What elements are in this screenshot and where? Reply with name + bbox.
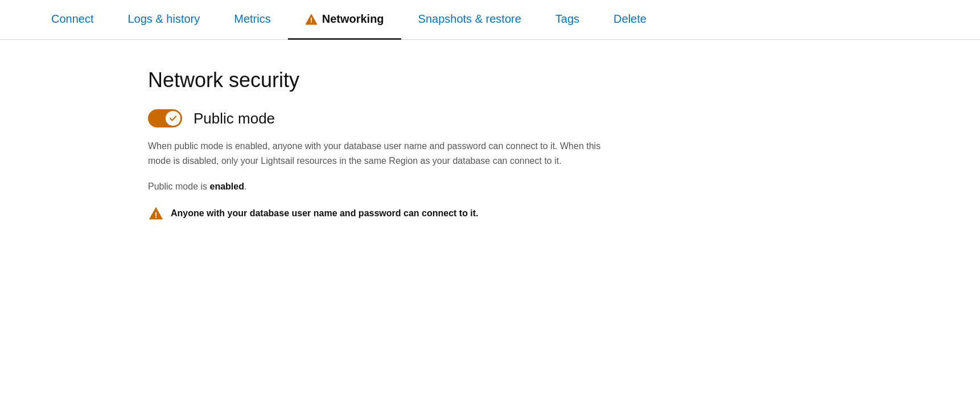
status-prefix: Public mode is: [148, 182, 210, 191]
tab-tags[interactable]: Tags: [538, 0, 596, 40]
main-content: Network security Public mode When public…: [0, 40, 980, 250]
description-text: When public mode is enabled, anyone with…: [148, 139, 615, 168]
public-mode-toggle[interactable]: [148, 109, 182, 127]
warning-message: Anyone with your database user name and …: [171, 208, 479, 219]
section-title: Network security: [148, 68, 832, 92]
tab-connect[interactable]: Connect: [34, 0, 111, 40]
tab-logs-history[interactable]: Logs & history: [111, 0, 217, 40]
tab-metrics[interactable]: Metrics: [217, 0, 287, 40]
warning-icon: !: [305, 13, 318, 26]
tab-navigation: Connect Logs & history Metrics ! Network…: [0, 0, 980, 40]
svg-text:!: !: [155, 211, 158, 220]
tab-networking[interactable]: ! Networking: [288, 0, 401, 40]
status-suffix: .: [244, 182, 246, 191]
warning-row: ! Anyone with your database user name an…: [148, 205, 615, 221]
toggle-track: [148, 109, 182, 127]
status-text: Public mode is enabled.: [148, 182, 832, 192]
tab-networking-label: Networking: [322, 13, 384, 26]
tab-delete[interactable]: Delete: [596, 0, 664, 40]
tab-snapshots-restore[interactable]: Snapshots & restore: [401, 0, 538, 40]
check-icon: [169, 114, 177, 122]
public-mode-label: Public mode: [193, 110, 275, 127]
toggle-thumb: [166, 111, 180, 126]
status-value: enabled: [210, 182, 244, 191]
svg-text:!: !: [310, 17, 312, 24]
public-mode-row: Public mode: [148, 109, 832, 127]
warning-triangle-icon: !: [148, 205, 164, 221]
